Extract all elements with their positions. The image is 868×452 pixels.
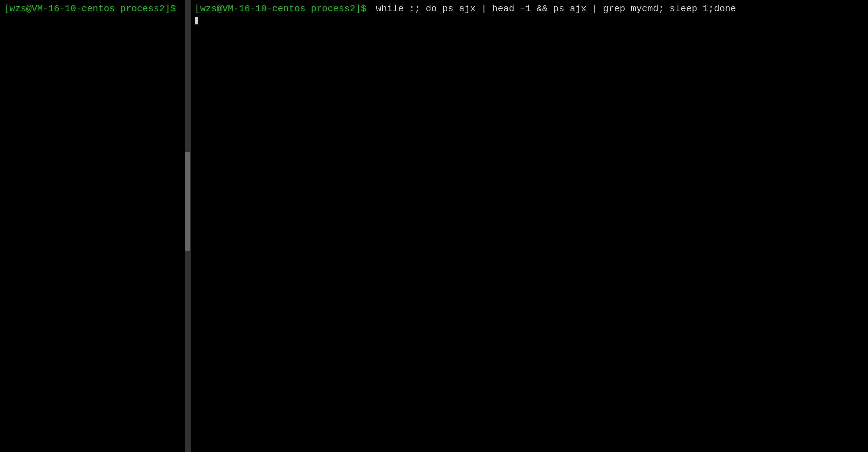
pane-divider	[185, 0, 191, 452]
right-prompt: [wzs@VM-16-10-centos process2]$	[193, 2, 374, 16]
right-cursor	[195, 17, 198, 24]
left-prompt: [wzs@VM-16-10-centos process2]$	[2, 2, 183, 16]
terminal-right[interactable]: [wzs@VM-16-10-centos process2]$ while :;…	[191, 0, 868, 452]
right-command: while :; do ps ajx | head -1 && ps ajx |…	[374, 2, 738, 16]
terminal-left[interactable]: [wzs@VM-16-10-centos process2]$ ./mycmd	[0, 0, 185, 452]
scrollbar-thumb[interactable]	[185, 152, 190, 251]
